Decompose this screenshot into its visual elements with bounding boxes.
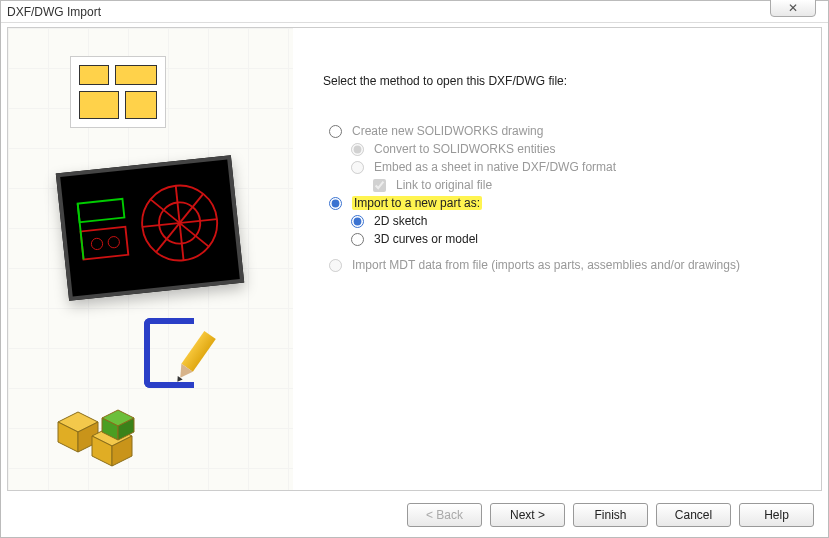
window-title: DXF/DWG Import: [7, 5, 101, 19]
titlebar: DXF/DWG Import: [1, 1, 828, 23]
dialog-content: Select the method to open this DXF/DWG f…: [7, 27, 822, 491]
label-convert-entities: Convert to SOLIDWORKS entities: [374, 142, 555, 156]
svg-rect-7: [78, 199, 125, 222]
label-3d-curves: 3D curves or model: [374, 232, 478, 246]
option-link-original: Link to original file: [373, 178, 809, 192]
label-import-new-part: Import to a new part as:: [352, 196, 482, 210]
radio-import-new-part[interactable]: [329, 197, 342, 210]
option-convert-entities: Convert to SOLIDWORKS entities: [351, 142, 809, 156]
dxf-dwg-import-dialog: DXF/DWG Import ✕: [0, 0, 829, 538]
radio-3d-curves[interactable]: [351, 233, 364, 246]
options-panel: Select the method to open this DXF/DWG f…: [293, 28, 821, 490]
drawing-thumbnail-icon: [70, 56, 166, 128]
part-assembly-icon: [48, 392, 168, 472]
button-bar: < Back Next > Finish Cancel Help: [407, 503, 814, 527]
finish-button[interactable]: Finish: [573, 503, 648, 527]
option-import-mdt: Import MDT data from file (imports as pa…: [329, 258, 809, 272]
option-create-drawing[interactable]: Create new SOLIDWORKS drawing: [329, 124, 809, 138]
radio-import-mdt: [329, 259, 342, 272]
option-embed-sheet: Embed as a sheet in native DXF/DWG forma…: [351, 160, 809, 174]
label-create-drawing: Create new SOLIDWORKS drawing: [352, 124, 543, 138]
next-button[interactable]: Next >: [490, 503, 565, 527]
prompt-label: Select the method to open this DXF/DWG f…: [323, 74, 809, 88]
label-link-original: Link to original file: [396, 178, 492, 192]
cad-preview-icon: [56, 155, 244, 301]
radio-create-drawing[interactable]: [329, 125, 342, 138]
radio-convert-entities: [351, 143, 364, 156]
close-icon: ✕: [788, 1, 798, 15]
svg-point-9: [91, 238, 103, 250]
option-3d-curves[interactable]: 3D curves or model: [351, 232, 809, 246]
checkbox-link-original: [373, 179, 386, 192]
illustration-panel: [8, 28, 293, 490]
svg-point-10: [108, 236, 120, 248]
label-import-mdt: Import MDT data from file (imports as pa…: [352, 258, 740, 272]
help-button[interactable]: Help: [739, 503, 814, 527]
svg-rect-6: [81, 227, 129, 260]
label-2d-sketch: 2D sketch: [374, 214, 427, 228]
label-embed-sheet: Embed as a sheet in native DXF/DWG forma…: [374, 160, 616, 174]
back-button: < Back: [407, 503, 482, 527]
radio-embed-sheet: [351, 161, 364, 174]
option-import-new-part[interactable]: Import to a new part as:: [329, 196, 809, 210]
option-2d-sketch[interactable]: 2D sketch: [351, 214, 809, 228]
cancel-button[interactable]: Cancel: [656, 503, 731, 527]
close-button[interactable]: ✕: [770, 0, 816, 17]
radio-2d-sketch[interactable]: [351, 215, 364, 228]
sketch-pencil-icon: [144, 318, 234, 398]
